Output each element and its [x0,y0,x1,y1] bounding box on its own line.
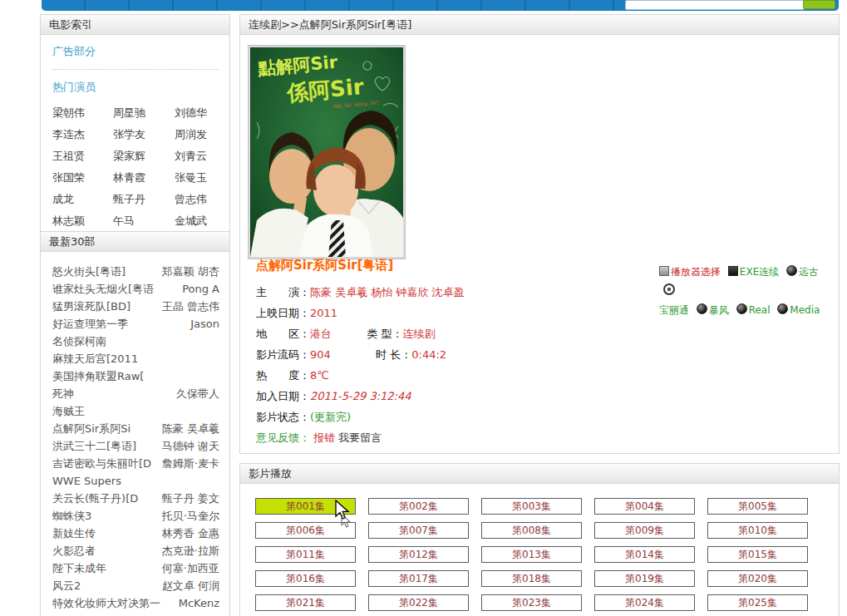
actor-link[interactable]: 金城武 [175,214,219,229]
latest-title-link[interactable]: 死神 [52,385,74,402]
episode-button[interactable]: 第010集 [707,522,808,539]
episode-button[interactable]: 第013集 [481,546,582,563]
heat-label: 热 度： [256,369,310,382]
actor-link[interactable]: 林志颖 [52,214,113,229]
episode-button[interactable]: 第014集 [594,546,695,563]
list-item: 洪武三十二[粤语]马德钟 谢天 [52,437,219,455]
list-item: WWE Supers [52,472,219,490]
episode-button[interactable]: 第002集 [368,498,469,515]
type-value[interactable]: 连续剧 [402,328,435,340]
actor-link[interactable]: 刘德华 [175,106,219,121]
episode-button[interactable]: 第012集 [368,546,469,563]
episode-button[interactable]: 第017集 [368,570,469,587]
actor-link[interactable]: 午马 [113,214,175,229]
latest-actors: 马德钟 谢天 [162,437,219,455]
latest-title-link[interactable]: 特效化妆师大对决第一 [52,594,160,612]
player-option-exe[interactable]: EXE连续 [740,266,779,278]
status-label: 影片状态： [256,411,310,423]
yuangu-player-icon [786,265,797,276]
player-selection: 播放器选择 EXE连续 远古 宝丽通 暴风 Real Media [659,263,830,320]
latest-title-link[interactable]: 火影忍者 [52,542,96,559]
latest-title-link[interactable]: WWE Supers [52,472,121,490]
latest-title-link[interactable]: 陛下未成年 [52,559,106,577]
player-option-yuangu[interactable]: 远古 [799,266,819,278]
latest-actors: 王晶 曾志伟 [162,298,219,315]
latest-title-link[interactable]: 吉诺密欧与朱丽叶[D [52,455,151,472]
list-item: 谁家灶头无烟火[粤语Pong A [52,280,219,298]
play-panel-header: 影片播放 [240,464,839,484]
latest-title-link[interactable]: 新妓生传 [52,525,96,542]
actor-link[interactable]: 刘青云 [175,149,219,164]
actor-link[interactable]: 李连杰 [52,127,113,142]
report-error-link[interactable]: 报错 [313,431,335,444]
breadcrumb-separator: >> [281,18,299,31]
latest-title-link[interactable]: 猛男滚死队[BD] [52,298,130,315]
breadcrumb-category-link[interactable]: 连续剧 [249,18,281,31]
episode-button[interactable]: 第021集 [255,594,356,611]
player-option-real[interactable]: Real [749,304,771,316]
episode-button[interactable]: 第022集 [368,594,469,611]
episode-button[interactable]: 第003集 [481,498,582,515]
latest-title-link[interactable]: 蜘蛛侠3 [52,507,91,525]
episode-button[interactable]: 第004集 [594,498,695,515]
latest-title-link[interactable]: 洪武三十二[粤语] [52,437,136,455]
duration-value: 0:44:2 [411,348,446,361]
actor-link[interactable]: 周润发 [175,127,219,142]
actor-link[interactable]: 林青霞 [113,170,175,185]
episode-button[interactable]: 第020集 [707,570,808,587]
episode-button[interactable]: 第008集 [481,522,582,539]
actor-link[interactable]: 梁朝伟 [52,106,113,121]
hot-actors-grid: 梁朝伟周星驰刘德华李连杰张学友周润发王祖贤梁家辉刘青云张国荣林青霞张曼玉成龙甄子… [52,106,219,229]
actor-link[interactable]: 曾志伟 [175,192,219,207]
list-item: 海贼王 [52,402,219,420]
breadcrumb-title: 点解阿Sir系阿Sir[粤语] [299,18,412,31]
actor-link[interactable]: 张学友 [113,127,175,142]
latest-title-link[interactable]: 风云2 [52,577,81,594]
media-player-icon [777,303,788,314]
actor-link[interactable]: 张曼玉 [175,170,219,185]
episode-button[interactable]: 第006集 [255,522,356,539]
baolitong-radio-icon[interactable] [663,283,675,295]
episode-button[interactable]: 第024集 [594,594,695,611]
latest-title-link[interactable]: 麻辣天后宫[2011 [52,350,138,367]
latest-title-link[interactable]: 好运查理第一季 [52,315,128,333]
latest-title-link[interactable]: 海贼王 [52,402,85,420]
episode-button[interactable]: 第005集 [707,498,808,515]
actor-link[interactable]: 王祖贤 [52,149,113,164]
latest-title-link[interactable]: 点解阿Sir系阿Si [52,420,130,437]
episode-button[interactable]: 第025集 [707,594,808,611]
latest-title-link[interactable]: 名侦探柯南 [52,333,106,350]
latest-title-link[interactable]: 美国摔角联盟Raw[ [52,367,144,385]
player-select-label: 播放器选择 [671,266,721,278]
episode-button[interactable]: 第001集 [255,498,356,515]
latest-title-link[interactable]: 关云长(甄子丹)[D [52,490,138,507]
list-item: 火影忍者杰克逊·拉斯 [52,542,219,559]
actor-link[interactable]: 周星驰 [113,106,175,121]
starring-actors[interactable]: 陈豪 吴卓羲 杨怡 钟嘉欣 沈卓盈 [310,286,465,298]
player-option-media[interactable]: Media [790,304,820,316]
episode-button[interactable]: 第016集 [255,570,356,587]
actor-link[interactable]: 张国荣 [52,170,113,185]
search-input[interactable] [625,0,805,10]
episode-button[interactable]: 第018集 [481,570,582,587]
episode-button[interactable]: 第019集 [594,570,695,587]
actor-link[interactable]: 甄子丹 [113,192,175,207]
episode-button[interactable]: 第011集 [255,546,356,563]
episode-button[interactable]: 第009集 [594,522,695,539]
actor-link[interactable]: 成龙 [52,192,113,207]
latest-actors: 詹姆斯·麦卡 [162,455,219,472]
actor-link[interactable]: 梁家辉 [113,149,175,164]
latest-title-link[interactable]: 怒火街头[粤语] [52,263,126,280]
list-item: 死神久保带人 [52,385,219,402]
region-value[interactable]: 港台 [310,328,332,340]
player-option-baolitong[interactable]: 宝丽通 [659,304,689,316]
episode-button[interactable]: 第015集 [707,546,808,563]
ad-section-link[interactable]: 广告部分 [52,44,96,59]
status-value: (更新完) [310,411,351,423]
latest-title-link[interactable]: 谁家灶头无烟火[粤语 [52,280,154,298]
search-button[interactable] [803,0,835,9]
episode-button[interactable]: 第007集 [368,522,469,539]
player-option-baofeng[interactable]: 暴风 [709,304,729,316]
episode-button[interactable]: 第023集 [481,594,582,611]
leave-message-link[interactable]: 我要留言 [338,431,382,444]
